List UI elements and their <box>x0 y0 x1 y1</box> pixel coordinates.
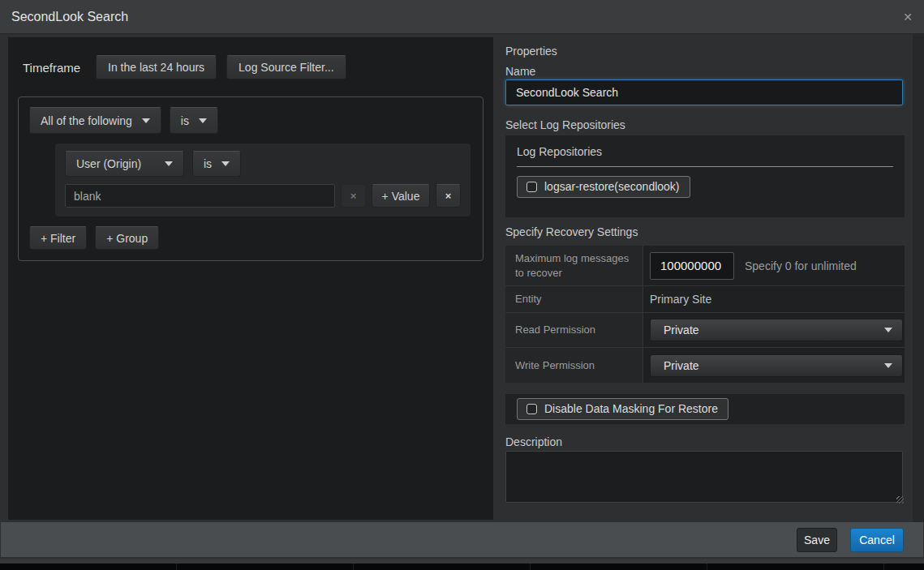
match-type-label: All of the following <box>41 114 132 127</box>
log-source-filter-button[interactable]: Log Source Filter... <box>226 55 346 79</box>
nested-filter-group: User (Origin) is × + Value × <box>55 144 471 216</box>
group-operator-row: All of the following is <box>29 107 472 134</box>
group-actions-row: + Filter + Group <box>29 226 472 250</box>
disable-data-masking-label: Disable Data Masking For Restore <box>544 402 718 415</box>
data-masking-strip: Disable Data Masking For Restore <box>505 394 905 424</box>
recovery-settings-table: Maximum log messages to recover Specify … <box>505 246 905 383</box>
write-permission-dropdown[interactable]: Private <box>650 354 903 377</box>
write-permission-label: Write Permission <box>505 348 643 383</box>
name-input[interactable] <box>505 79 903 105</box>
unlimited-hint: Specify 0 for unlimited <box>745 259 857 272</box>
taskbar-strip <box>0 564 924 570</box>
read-permission-value-cell: Private <box>643 313 905 347</box>
max-log-messages-input[interactable] <box>650 252 734 280</box>
disable-data-masking-checkbox[interactable]: Disable Data Masking For Restore <box>517 398 728 420</box>
properties-heading: Properties <box>505 45 557 58</box>
filter-field-row: User (Origin) is <box>65 151 461 177</box>
timeframe-button[interactable]: In the last 24 hours <box>96 55 217 79</box>
recovery-settings-heading: Specify Recovery Settings <box>505 225 638 238</box>
chevron-down-icon <box>199 118 207 123</box>
timeframe-label: Timeframe <box>23 61 86 75</box>
filter-value-row: × + Value × <box>65 184 461 208</box>
repository-checkbox-item[interactable]: logsar-restore(secondlook) <box>517 176 690 198</box>
operator-dropdown[interactable]: is <box>192 151 241 177</box>
divider <box>517 166 893 167</box>
match-condition-dropdown[interactable]: is <box>170 107 218 134</box>
match-type-dropdown[interactable]: All of the following <box>29 107 161 134</box>
filter-value-input[interactable] <box>65 184 335 208</box>
table-row: Maximum log messages to recover Specify … <box>505 246 905 286</box>
add-value-button[interactable]: + Value <box>372 184 430 208</box>
match-condition-label: is <box>181 114 189 127</box>
footer-bar: Save Cancel <box>1 522 923 557</box>
dialog-title: SecondLook Search <box>11 10 128 24</box>
entity-label: Entity <box>505 286 643 312</box>
log-repositories-title: Log Repositories <box>517 145 893 158</box>
description-label: Description <box>505 435 562 448</box>
read-permission-label: Read Permission <box>505 313 643 347</box>
repository-label: logsar-restore(secondlook) <box>544 180 680 193</box>
read-permission-dropdown[interactable]: Private <box>650 319 903 341</box>
checkbox-icon <box>526 404 537 414</box>
table-row: Write Permission Private <box>505 348 905 383</box>
title-bar: SecondLook Search ✕ <box>0 0 924 34</box>
filter-builder-panel: Timeframe In the last 24 hours Log Sourc… <box>8 37 493 520</box>
remove-value-button[interactable]: × <box>341 184 366 208</box>
max-log-messages-label: Maximum log messages to recover <box>505 246 643 285</box>
remove-filter-button[interactable]: × <box>436 184 461 208</box>
read-permission-value: Private <box>664 324 699 336</box>
save-button[interactable]: Save <box>797 528 837 552</box>
filter-group-box: All of the following is User (Origin) is <box>18 96 483 261</box>
name-label: Name <box>505 65 535 78</box>
secondlook-search-dialog: SecondLook Search ✕ Timeframe In the las… <box>0 0 924 559</box>
close-icon[interactable]: ✕ <box>903 11 913 23</box>
chevron-down-icon <box>142 118 150 123</box>
dialog-right-edge <box>913 34 924 522</box>
select-log-repositories-heading: Select Log Repositories <box>505 118 625 131</box>
properties-panel: Properties Name Select Log Repositories … <box>505 37 905 520</box>
operator-label: is <box>204 157 212 170</box>
log-repositories-panel: Log Repositories logsar-restore(secondlo… <box>505 135 905 217</box>
timeframe-row: Timeframe In the last 24 hours Log Sourc… <box>23 55 493 79</box>
checkbox-icon <box>526 182 537 192</box>
chevron-down-icon <box>884 363 892 368</box>
chevron-down-icon <box>221 161 230 166</box>
write-permission-value-cell: Private <box>643 348 905 383</box>
chevron-down-icon <box>165 161 173 166</box>
chevron-down-icon <box>884 328 892 332</box>
table-row: Entity Primary Site <box>505 286 905 313</box>
entity-value: Primary Site <box>650 293 711 306</box>
description-textarea[interactable] <box>505 451 903 503</box>
max-log-messages-value-cell: Specify 0 for unlimited <box>643 246 905 285</box>
remove-icon: × <box>350 190 357 202</box>
add-filter-button[interactable]: + Filter <box>29 226 87 250</box>
add-group-button[interactable]: + Group <box>95 226 159 250</box>
field-label: User (Origin) <box>76 157 141 170</box>
remove-icon: × <box>445 190 452 202</box>
field-dropdown[interactable]: User (Origin) <box>65 151 184 177</box>
cancel-button[interactable]: Cancel <box>850 528 904 552</box>
table-row: Read Permission Private <box>505 313 905 348</box>
write-permission-value: Private <box>664 359 699 372</box>
entity-value-cell: Primary Site <box>643 286 905 312</box>
